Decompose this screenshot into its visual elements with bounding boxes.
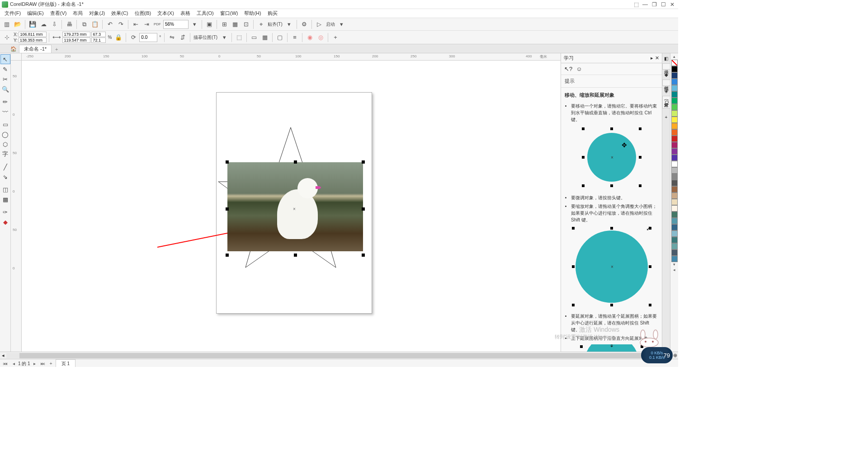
hints-people-icon[interactable]: ☺ (575, 65, 584, 74)
align-icon[interactable]: ≡ (290, 33, 300, 42)
color-swatch[interactable] (671, 161, 678, 167)
color-swatch[interactable] (671, 186, 678, 193)
vtab-objects[interactable]: 对象(O) (662, 96, 670, 108)
shadow-tool[interactable]: ◫ (0, 184, 10, 194)
pdf-button[interactable]: PDF (152, 19, 162, 29)
handle-top-mid[interactable] (294, 160, 297, 164)
menu-bitmap[interactable]: 位图(B) (132, 9, 154, 18)
page-prev-icon[interactable]: ◂ (10, 360, 17, 367)
selected-bitmap[interactable]: × (227, 162, 363, 255)
wrap-icon[interactable]: ▢ (275, 33, 285, 42)
launch-icon[interactable]: ▷ (314, 19, 324, 29)
order-front-icon[interactable]: ◉ (305, 33, 315, 42)
connector-tool[interactable]: ⇘ (0, 172, 10, 182)
color-swatch[interactable] (671, 167, 678, 174)
color-swatch[interactable] (671, 237, 678, 243)
grid-icon[interactable]: ⊞ (219, 19, 229, 29)
fullscreen-icon[interactable]: ▣ (204, 19, 214, 29)
menu-view[interactable]: 查看(V) (47, 9, 70, 18)
redo-button[interactable]: ↷ (116, 19, 126, 29)
cloud-down-icon[interactable]: ⇩ (49, 19, 59, 29)
open-button[interactable]: 📂 (13, 19, 23, 29)
guides-icon[interactable]: ⊡ (241, 19, 251, 29)
horizontal-scrollbar[interactable]: ◂ ▸ ⊕ (0, 352, 678, 359)
menu-table[interactable]: 表格 (178, 9, 193, 18)
eyedropper-tool[interactable]: ✑ (0, 207, 10, 217)
color-swatch[interactable] (671, 230, 678, 237)
color-swatch[interactable] (671, 256, 678, 262)
menu-layout[interactable]: 布局 (70, 9, 85, 18)
color-swatch[interactable] (671, 79, 678, 85)
document-tab[interactable]: 未命名 -1* (19, 45, 52, 53)
cloud-up-icon[interactable]: ☁ (38, 19, 48, 29)
no-color-swatch[interactable] (671, 60, 678, 66)
order-back-icon[interactable]: ◎ (316, 33, 326, 42)
ruler-corner[interactable] (11, 53, 22, 61)
color-swatch[interactable] (671, 117, 678, 123)
minimize-button[interactable]: — (641, 1, 649, 8)
add-tab-button[interactable]: + (52, 46, 61, 53)
print-button[interactable]: 🖶 (64, 19, 74, 29)
y-input[interactable] (19, 38, 47, 43)
page-tab[interactable]: 页 1 (56, 359, 75, 367)
zoom-dropdown-icon[interactable]: ▾ (189, 19, 199, 29)
network-meter-widget[interactable]: 0 KB/s 0.1 KB/s 79 (641, 347, 673, 363)
artistic-tool[interactable]: 〰 (0, 107, 10, 117)
undo-button[interactable]: ↶ (105, 19, 115, 29)
color-swatch[interactable] (671, 249, 678, 256)
color-swatch[interactable] (671, 174, 678, 180)
restore-button[interactable]: ❐ (650, 1, 658, 8)
center-marker-icon[interactable]: × (293, 207, 296, 212)
new-button[interactable]: ▥ (2, 19, 12, 29)
transparency-tool[interactable]: ▩ (0, 194, 10, 204)
handle-bot-mid[interactable] (294, 254, 297, 257)
menu-file[interactable]: 文件(F) (2, 9, 24, 18)
vtab-properties[interactable]: 属性 (662, 80, 670, 86)
handle-bot-left[interactable] (226, 254, 229, 257)
fill-tool[interactable]: ◆ (0, 217, 10, 227)
page-first-icon[interactable]: ⏮ (2, 360, 9, 367)
vtab-hints[interactable]: 提示 (662, 63, 670, 70)
page-add-icon[interactable]: + (47, 360, 55, 367)
options-button[interactable]: ⚙ (299, 19, 309, 29)
color-swatch[interactable] (671, 85, 678, 91)
color-swatch[interactable] (671, 193, 678, 199)
launch-dropdown-icon[interactable]: ▾ (337, 19, 347, 29)
menu-window[interactable]: 窗口(W) (217, 9, 241, 18)
menu-tools[interactable]: 工具(O) (194, 9, 217, 18)
mirror-h-icon[interactable]: ⇋ (167, 33, 177, 42)
crop-tool[interactable]: ✂ (0, 74, 10, 84)
rotation-input[interactable] (139, 33, 157, 42)
color-swatch[interactable] (671, 218, 678, 224)
hints-pointer-icon[interactable]: ↖? (564, 65, 573, 74)
menu-object[interactable]: 对象(J) (86, 9, 108, 18)
color-swatch[interactable] (671, 224, 678, 230)
color-swatch[interactable] (671, 91, 678, 98)
color-swatch[interactable] (671, 129, 678, 136)
maximize-button[interactable]: ☐ (659, 1, 667, 8)
handle-mid-right[interactable] (362, 207, 365, 211)
horizontal-ruler[interactable]: -250 200 150 100 50 0 50 100 150 200 250… (22, 53, 561, 61)
color-swatch[interactable] (671, 180, 678, 186)
docker-close-icon[interactable]: ✕ (655, 55, 659, 61)
color-swatch[interactable] (671, 148, 678, 155)
scale-x-input[interactable] (91, 32, 106, 37)
handle-bot-right[interactable] (362, 254, 365, 257)
pick-tool[interactable]: ↖ (0, 54, 10, 64)
color-swatch[interactable] (671, 205, 678, 212)
color-swatch[interactable] (671, 142, 678, 148)
zoom-input[interactable] (163, 20, 189, 29)
color-swatch[interactable] (671, 104, 678, 110)
width-input[interactable] (62, 32, 90, 37)
vertical-ruler[interactable]: 50 0 50 0 50 0 (11, 61, 22, 352)
x-input[interactable] (19, 32, 47, 37)
import-button[interactable]: ⇤ (131, 19, 141, 29)
home-tab[interactable]: 🏠 (9, 45, 18, 53)
trace-dropdown-icon[interactable]: ▾ (219, 33, 229, 42)
zoom-tool[interactable]: 🔍 (0, 84, 10, 94)
edit-bitmap-icon[interactable]: ▭ (249, 33, 259, 42)
paste-button[interactable]: 📋 (90, 19, 100, 29)
docker-collapse-icon[interactable]: ▸ (651, 55, 653, 61)
menu-effects[interactable]: 效果(C) (108, 9, 131, 18)
color-swatch[interactable] (671, 155, 678, 161)
